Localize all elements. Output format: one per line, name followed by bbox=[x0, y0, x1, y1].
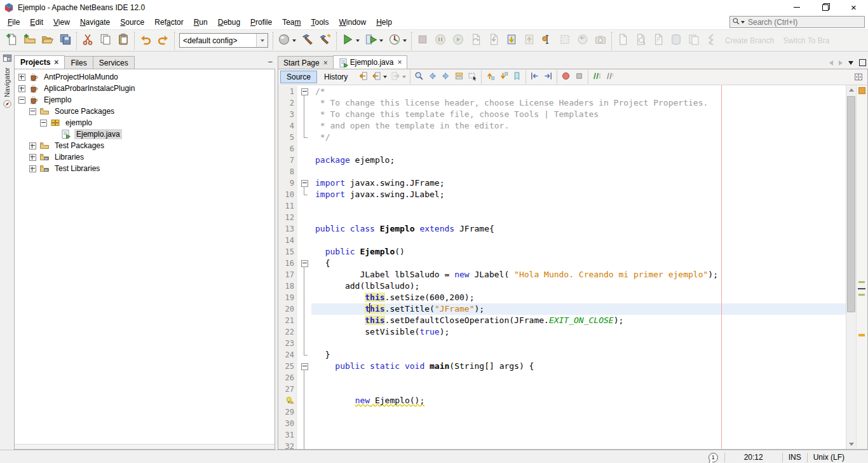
shift-left-button[interactable] bbox=[529, 71, 541, 83]
search-icon[interactable] bbox=[732, 17, 740, 27]
line-number[interactable]: 31 bbox=[278, 429, 297, 441]
restore-button[interactable] bbox=[811, 0, 839, 15]
minimize-panel-button[interactable]: − bbox=[268, 57, 273, 67]
view-source-button[interactable]: Source bbox=[280, 71, 317, 83]
expand-icon[interactable] bbox=[29, 165, 36, 172]
occurrence-mark[interactable] bbox=[858, 281, 865, 283]
dock-window-icon[interactable] bbox=[3, 53, 12, 65]
close-icon[interactable]: × bbox=[397, 59, 402, 66]
menu-view[interactable]: View bbox=[48, 16, 75, 29]
scroll-up-icon[interactable] bbox=[846, 85, 856, 95]
paste-button[interactable] bbox=[115, 32, 132, 49]
tree-item-source-packages[interactable]: Source Packages bbox=[15, 106, 275, 117]
code-text[interactable]: * To change this license header, choose … bbox=[311, 97, 846, 109]
code-text[interactable] bbox=[311, 406, 846, 418]
back-button[interactable] bbox=[370, 71, 388, 83]
prev-bookmark-button[interactable] bbox=[484, 71, 496, 83]
menu-source[interactable]: Source bbox=[115, 16, 149, 29]
line-number[interactable]: 27 bbox=[278, 384, 297, 395]
code-text[interactable]: } bbox=[311, 349, 846, 361]
expand-icon[interactable] bbox=[29, 154, 36, 161]
code-text[interactable] bbox=[311, 372, 846, 384]
debug-button[interactable] bbox=[363, 32, 385, 49]
collapse-icon[interactable] bbox=[18, 97, 25, 104]
code-fold-collapse-icon[interactable] bbox=[301, 88, 308, 95]
line-number[interactable]: 24 bbox=[278, 349, 297, 361]
panel-tab-files[interactable]: Files bbox=[64, 56, 93, 69]
copy-button[interactable] bbox=[97, 32, 114, 49]
fold-indicator[interactable] bbox=[297, 86, 311, 97]
line-number[interactable]: 25 bbox=[278, 361, 297, 372]
code-text[interactable]: * and open the template in the editor. bbox=[311, 120, 846, 132]
chevron-down-icon[interactable] bbox=[403, 39, 407, 42]
code-text[interactable] bbox=[311, 338, 846, 349]
navigator-minimized-button[interactable]: Navigator bbox=[3, 67, 11, 97]
breakpoint-button[interactable] bbox=[560, 71, 572, 83]
menu-window[interactable]: Window bbox=[334, 16, 372, 29]
line-number[interactable]: 13 bbox=[278, 223, 297, 235]
menu-tools[interactable]: Tools bbox=[306, 16, 334, 29]
new-file-button[interactable] bbox=[4, 32, 20, 49]
tree-item-antprojectholamundo[interactable]: AntProjectHolaMundo bbox=[15, 71, 275, 83]
document-tab-start-page[interactable]: Start Page× bbox=[278, 56, 334, 69]
profile-button[interactable] bbox=[386, 32, 409, 49]
error-stripe[interactable] bbox=[856, 85, 867, 449]
find-next-button[interactable] bbox=[440, 71, 452, 83]
menu-edit[interactable]: Edit bbox=[25, 16, 48, 29]
collapse-icon[interactable] bbox=[29, 108, 36, 115]
code-fold-collapse-icon[interactable] bbox=[301, 180, 308, 187]
line-number[interactable]: 26 bbox=[278, 372, 297, 384]
chevron-down-icon[interactable] bbox=[379, 39, 383, 42]
line-number[interactable]: 32 bbox=[278, 441, 297, 449]
scrollbar-thumb[interactable] bbox=[847, 96, 855, 312]
code-text[interactable]: new Ejemplo(); bbox=[311, 395, 846, 406]
close-icon[interactable]: × bbox=[54, 59, 58, 66]
build-button[interactable] bbox=[299, 32, 316, 49]
macro-stop-button[interactable] bbox=[573, 71, 585, 83]
tree-item-libraries[interactable]: Libraries bbox=[15, 151, 275, 163]
chevron-down-icon[interactable] bbox=[402, 76, 406, 78]
compass-icon[interactable] bbox=[3, 99, 12, 111]
line-number[interactable]: 8 bbox=[278, 166, 297, 177]
line-number[interactable]: 3 bbox=[278, 109, 297, 120]
tree-item-test-packages[interactable]: Test Packages bbox=[15, 140, 275, 151]
code-text[interactable]: this.setDefaultCloseOperation(JFrame.EXI… bbox=[311, 315, 846, 326]
line-number[interactable]: 10 bbox=[278, 189, 297, 200]
save-all-button[interactable] bbox=[57, 32, 74, 49]
line-number[interactable]: 14 bbox=[278, 235, 297, 246]
code-text[interactable] bbox=[311, 384, 846, 395]
menu-profile[interactable]: Profile bbox=[245, 16, 277, 29]
line-number[interactable]: 17 bbox=[278, 269, 297, 280]
maximize-window-icon[interactable] bbox=[859, 59, 866, 66]
redo-button[interactable] bbox=[155, 32, 172, 49]
scroll-tabs-right-icon[interactable] bbox=[839, 60, 843, 66]
find-button[interactable] bbox=[413, 71, 425, 83]
line-number[interactable]: 6 bbox=[278, 143, 297, 155]
line-number[interactable]: 15 bbox=[278, 246, 297, 258]
fold-indicator[interactable] bbox=[297, 177, 311, 189]
warning-mark[interactable] bbox=[858, 334, 865, 336]
open-project-button[interactable] bbox=[39, 32, 56, 49]
code-fold-collapse-icon[interactable] bbox=[301, 260, 308, 267]
code-text[interactable]: import javax.swing.JLabel; bbox=[311, 189, 846, 200]
minimize-button[interactable] bbox=[782, 0, 811, 15]
code-text[interactable] bbox=[311, 418, 846, 429]
code-text[interactable]: public static void main(String[] args) { bbox=[311, 361, 846, 372]
code-pane[interactable]: 1/*2 * To change this license header, ch… bbox=[278, 85, 846, 449]
code-text[interactable] bbox=[311, 200, 846, 212]
menu-file[interactable]: File bbox=[3, 16, 25, 29]
scroll-tabs-left-icon[interactable] bbox=[829, 60, 833, 66]
code-text[interactable]: JLabel lblSaludo = new JLabel( "Hola Mun… bbox=[311, 269, 846, 280]
highlight-button[interactable] bbox=[453, 71, 465, 83]
close-button[interactable]: × bbox=[839, 0, 868, 15]
split-document-button[interactable] bbox=[853, 72, 864, 82]
code-text[interactable] bbox=[311, 441, 846, 449]
menu-help[interactable]: Help bbox=[371, 16, 397, 29]
vertical-scrollbar[interactable] bbox=[846, 85, 856, 449]
line-number[interactable]: 23 bbox=[278, 338, 297, 349]
horizontal-scrollbar[interactable] bbox=[15, 444, 275, 449]
find-prev-button[interactable] bbox=[426, 71, 438, 83]
occurrence-mark[interactable] bbox=[858, 294, 865, 296]
line-number[interactable]: 21 bbox=[278, 315, 297, 326]
comment-button[interactable] bbox=[591, 71, 603, 83]
